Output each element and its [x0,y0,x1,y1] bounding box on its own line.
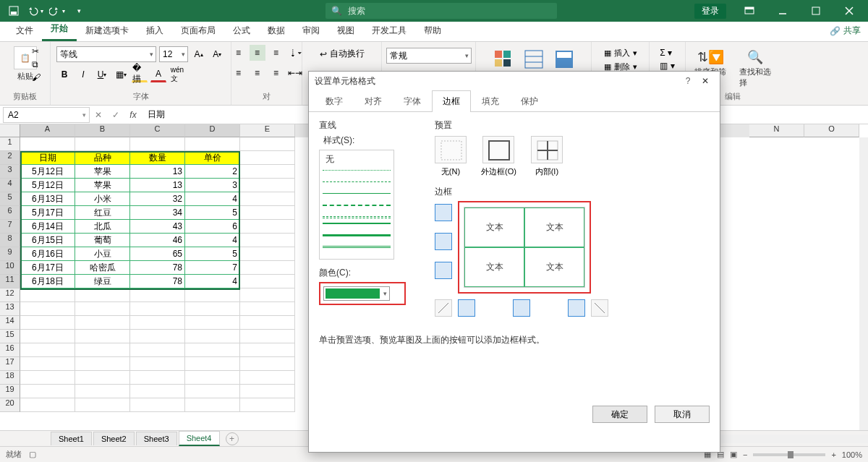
ok-button[interactable]: 确定 [592,406,647,423]
redo-icon[interactable]: ▾ [48,2,67,20]
view-page-break-icon[interactable]: ▣ [730,450,737,459]
zoom-out-icon[interactable]: − [743,450,747,459]
cell[interactable] [20,357,75,371]
cell[interactable]: 6月18日 [20,275,75,288]
cell[interactable]: 苹果 [75,165,130,179]
cell[interactable] [20,316,75,330]
tab-file[interactable]: 文件 [7,20,42,41]
cell[interactable] [75,371,130,385]
tab-help[interactable]: 帮助 [415,20,450,41]
cell[interactable]: 2 [185,165,240,179]
row-header[interactable]: 20 [0,398,20,412]
font-size-combo[interactable]: 12 [159,46,188,62]
row-header[interactable]: 1 [0,137,20,151]
cell[interactable] [240,220,295,234]
cell[interactable] [130,316,185,330]
preset-inside[interactable]: 内部(I) [531,136,563,177]
wrap-text-icon[interactable]: ↩ [320,49,327,59]
cell[interactable]: 13 [130,179,185,192]
row-header[interactable]: 15 [0,330,20,343]
cell[interactable] [20,371,75,385]
decrease-font-icon[interactable]: A▾ [209,46,225,62]
font-color-icon[interactable]: A [150,67,166,82]
sheet-tab-4[interactable]: Sheet4 [179,431,220,446]
cell[interactable]: 红豆 [75,206,130,220]
cell[interactable] [185,288,240,302]
cell[interactable] [130,343,185,357]
col-header-N[interactable]: N [749,124,804,137]
dlg-tab-fill[interactable]: 填充 [471,90,510,112]
row-header[interactable]: 16 [0,343,20,357]
align-center-icon[interactable]: ≡ [250,65,265,81]
border-color-combo[interactable]: ▾ [323,286,390,301]
cell[interactable] [75,385,130,398]
col-header-E[interactable]: E [240,124,295,137]
cell[interactable] [75,357,130,371]
cell[interactable]: 6 [185,220,240,234]
col-header-O[interactable]: O [804,124,859,137]
border-left-button[interactable] [458,299,475,317]
cell[interactable]: 单价 [185,151,240,165]
style-dash-dot[interactable] [323,216,391,218]
cell[interactable] [75,302,130,316]
cell[interactable]: 小米 [75,192,130,206]
cell[interactable] [20,288,75,302]
cell[interactable] [185,343,240,357]
cell-styles-icon[interactable] [554,49,574,69]
tab-data[interactable]: 数据 [259,20,294,41]
cell[interactable] [185,385,240,398]
cell[interactable]: 6月17日 [20,261,75,275]
zoom-slider[interactable] [753,453,825,456]
orientation-icon[interactable]: ⭭▾ [287,45,303,61]
border-style-list[interactable]: 无 [319,150,394,260]
cell[interactable]: 5 [185,247,240,261]
number-format-combo[interactable]: 常规 [386,48,472,64]
cell[interactable]: 日期 [20,151,75,165]
cell[interactable]: 43 [130,220,185,234]
dialog-close-icon[interactable]: ✕ [697,76,714,86]
row-header[interactable]: 4 [0,179,20,192]
row-header[interactable]: 13 [0,302,20,316]
cell[interactable] [240,316,295,330]
format-painter-icon[interactable]: 🖌 [32,72,41,82]
cell[interactable] [185,371,240,385]
cancel-button[interactable]: 取消 [655,406,710,423]
cell[interactable]: 哈密瓜 [75,261,130,275]
cell[interactable]: 65 [130,247,185,261]
cell[interactable] [240,371,295,385]
tab-insert[interactable]: 插入 [137,20,172,41]
new-sheet-button[interactable]: + [226,432,239,445]
cell[interactable] [240,137,295,151]
border-diag-up-button[interactable] [435,299,452,317]
tab-page-layout[interactable]: 页面布局 [172,20,224,41]
cell[interactable]: 3 [185,179,240,192]
cell[interactable]: 小豆 [75,247,130,261]
border-diag-down-button[interactable] [591,299,608,317]
cell[interactable]: 绿豆 [75,275,130,288]
cell[interactable] [185,316,240,330]
fx-icon[interactable]: fx [124,110,142,120]
save-icon[interactable] [4,2,23,20]
cell[interactable] [240,302,295,316]
row-header[interactable]: 11 [0,275,20,288]
cell[interactable] [240,261,295,275]
row-header[interactable]: 7 [0,220,20,234]
insert-cells-button[interactable]: ▦ 插入 ▾ [604,48,637,59]
align-right-icon[interactable]: ≡ [268,65,284,81]
align-middle-icon[interactable]: ≡ [250,45,265,61]
border-mid-h-button[interactable] [435,233,452,250]
style-medium[interactable] [323,223,391,230]
sheet-tab-1[interactable]: Sheet1 [51,432,92,445]
cell[interactable]: 6月13日 [20,192,75,206]
style-double[interactable] [323,246,391,249]
cell[interactable] [20,343,75,357]
cell[interactable]: 6月16日 [20,247,75,261]
cell[interactable] [20,137,75,151]
row-header[interactable]: 14 [0,316,20,330]
share-button[interactable]: 🔗 共享 [830,25,861,37]
col-header-C[interactable]: C [130,124,185,137]
cell[interactable]: 6月14日 [20,220,75,234]
cell[interactable] [240,275,295,288]
login-button[interactable]: 登录 [694,4,726,19]
row-header[interactable]: 18 [0,371,20,385]
